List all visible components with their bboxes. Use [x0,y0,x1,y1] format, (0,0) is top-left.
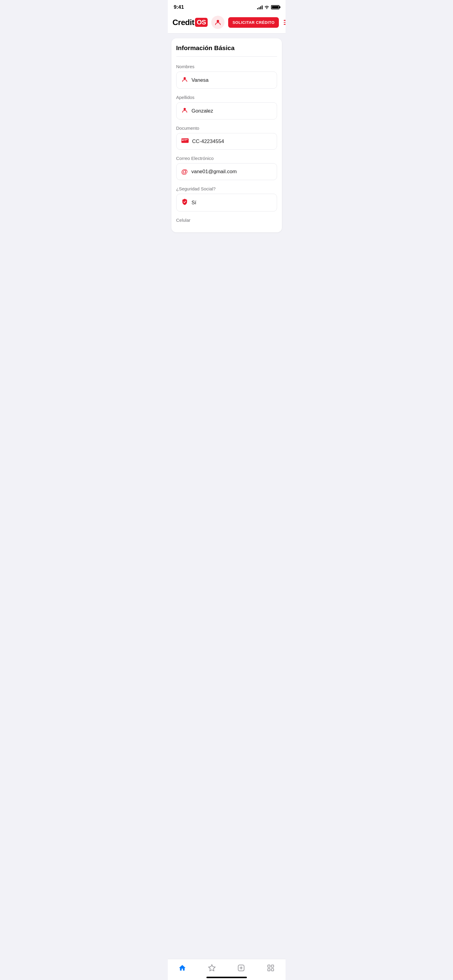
seguridad-social-group: ¿Seguridad Social? Sí [176,186,277,212]
person-icon [214,19,222,26]
profile-button[interactable] [211,16,225,29]
apellidos-label: Apellidos [176,95,277,100]
svg-rect-6 [184,139,188,140]
logo-text: Credit [172,18,195,27]
at-icon: @ [181,168,188,176]
seguridad-social-input[interactable]: Sí [176,194,277,212]
menu-line-2 [284,22,286,23]
menu-button[interactable] [282,19,286,26]
documento-value: CC-42234554 [192,138,224,145]
svg-point-5 [182,139,183,140]
correo-value: vane01@gmail.com [191,169,237,175]
celular-label: Celular [176,218,277,223]
svg-point-2 [183,108,186,110]
form-card: Información Básica Nombres Vanesa Apelli… [171,38,282,232]
nombres-value: Vanesa [191,77,209,83]
shield-icon [181,198,188,207]
seguridad-social-label: ¿Seguridad Social? [176,186,277,191]
nombres-group: Nombres Vanesa [176,64,277,89]
nombres-input[interactable]: Vanesa [176,72,277,89]
person-icon-nombres [181,76,188,84]
menu-line-1 [284,20,286,21]
seguridad-social-value: Sí [191,200,196,206]
nombres-label: Nombres [176,64,277,69]
solicitar-credito-button[interactable]: SOLICITAR CRÉDITO [228,17,279,28]
documento-input[interactable]: CC-42234554 [176,133,277,150]
form-title: Información Básica [176,45,277,52]
apellidos-group: Apellidos Gonzalez [176,95,277,119]
apellidos-value: Gonzalez [191,108,214,114]
main-content: Información Básica Nombres Vanesa Apelli… [168,38,286,232]
logo-os: OS [195,18,208,27]
status-bar: 9:41 [168,0,286,13]
correo-group: Correo Electrónico @ vane01@gmail.com [176,156,277,180]
id-icon [181,138,189,145]
apellidos-input[interactable]: Gonzalez [176,102,277,119]
status-time: 9:41 [174,4,184,10]
documento-group: Documento CC-42234554 [176,126,277,150]
person-icon-apellidos [181,107,188,115]
navbar: Credit OS SOLICITAR CRÉDITO [168,13,286,33]
wifi-icon [264,5,269,10]
logo: Credit OS [172,18,208,27]
divider [176,56,277,57]
correo-input[interactable]: @ vane01@gmail.com [176,163,277,180]
signal-icon [257,5,263,10]
svg-rect-7 [184,140,187,141]
status-icons [257,5,279,10]
svg-point-1 [183,77,186,80]
documento-label: Documento [176,126,277,130]
correo-label: Correo Electrónico [176,156,277,161]
menu-line-3 [284,24,286,25]
celular-group: Celular [176,218,277,223]
svg-point-0 [217,20,219,22]
battery-icon [271,5,279,10]
